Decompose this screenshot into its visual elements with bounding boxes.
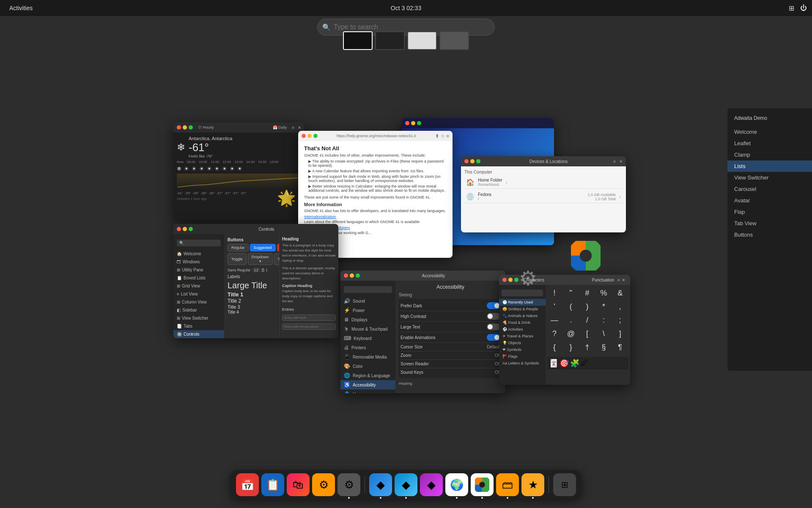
- chars-close[interactable]: [502, 278, 507, 282]
- adwaita-menu-item-welcome[interactable]: Welcome: [727, 126, 812, 138]
- controls-menu-utilitypane[interactable]: ⊞Utility Pane: [173, 266, 224, 274]
- files-close[interactable]: [464, 159, 469, 163]
- settings-item-printers[interactable]: 🖨Printers: [340, 343, 395, 352]
- char-cell-question[interactable]: ?: [547, 327, 562, 340]
- char-cell-lparen[interactable]: (: [564, 300, 578, 313]
- animations-toggle[interactable]: [487, 334, 500, 341]
- dock-item-texteditor[interactable]: 📋: [261, 473, 284, 496]
- weather-min-btn[interactable]: [183, 125, 187, 130]
- close-btn[interactable]: [405, 121, 409, 125]
- char-cell-colon[interactable]: :: [596, 314, 611, 326]
- char-cell-rbracket[interactable]: ]: [613, 327, 627, 340]
- controls-menu-boxedlists[interactable]: 📋Boxed Lists: [173, 274, 224, 282]
- adwaita-menu-item-buttons[interactable]: Buttons: [727, 229, 812, 240]
- settings-item-region[interactable]: 🌐Region & Language: [340, 371, 395, 380]
- char-cell-at[interactable]: @: [564, 327, 578, 340]
- gnome-min[interactable]: [307, 134, 312, 138]
- controls-menu-welcome[interactable]: 🏠Welcome: [173, 250, 224, 258]
- dock-item-softwarecenter[interactable]: 🛍: [287, 473, 310, 496]
- char-cell-percent[interactable]: %: [596, 287, 611, 299]
- files-item-fedora[interactable]: 💿 Fedora / 1.0 GB Available1.0 GB Total …: [464, 190, 623, 203]
- ctrl-btn-toggle[interactable]: Toggle: [228, 253, 247, 265]
- activities-button[interactable]: Activities: [5, 3, 37, 13]
- chars-cat-activities[interactable]: ⚽ Activities: [499, 326, 546, 333]
- gnome-close[interactable]: [302, 134, 306, 138]
- dock-item-settings[interactable]: ⚙: [337, 473, 360, 496]
- settings-max[interactable]: [356, 273, 360, 278]
- workspace-thumb-2[interactable]: [375, 31, 405, 50]
- settings-item-sound[interactable]: 🔊Sound: [340, 296, 395, 306]
- files-close-x[interactable]: ✕: [619, 159, 623, 164]
- char-cell-slash[interactable]: /: [580, 314, 595, 326]
- weather-tab-hourly[interactable]: ⏱ Hourly: [198, 125, 271, 130]
- dock-item-appgrid[interactable]: ⊞: [553, 473, 576, 496]
- controls-search-input[interactable]: [177, 240, 221, 246]
- controls-menu-columnview[interactable]: ⊞Column View: [173, 298, 224, 306]
- controls-max[interactable]: [189, 227, 193, 231]
- gnome-share-icon[interactable]: ⬆: [435, 133, 439, 139]
- large-text-toggle[interactable]: [487, 323, 500, 330]
- chars-close-x[interactable]: ✕: [622, 278, 625, 282]
- char-cell-dot[interactable]: .: [564, 314, 578, 326]
- max-btn[interactable]: [417, 121, 421, 125]
- chars-search-input[interactable]: [502, 290, 543, 296]
- dock-item-calendar[interactable]: 📅: [236, 473, 259, 496]
- weather-window[interactable]: ⏱ Hourly 📅 Daily ≡ ✕ ❄ Antarctica, Antar…: [173, 122, 304, 220]
- prefer-dark-toggle[interactable]: [487, 302, 500, 309]
- controls-menu-sidebar[interactable]: ◧Sidebar: [173, 306, 224, 314]
- adwaita-menu-item-clamp[interactable]: Clamp: [727, 149, 812, 160]
- settings-item-mouse[interactable]: 🖱Mouse & Touchpad: [340, 324, 395, 334]
- controls-window[interactable]: Controls 🏠Welcome 🗔Windows ⊞Utility Pane…: [173, 224, 338, 338]
- ctrl-btn-dropdown[interactable]: Dropdown ▾: [248, 253, 273, 265]
- controls-menu-controls[interactable]: 🔘Controls: [173, 330, 224, 338]
- controls-menu-windows[interactable]: 🗔Windows: [173, 258, 224, 266]
- files-max[interactable]: [476, 159, 480, 163]
- char-cell-quote[interactable]: ": [564, 287, 578, 299]
- adwaita-menu-item-flap[interactable]: Flap: [727, 206, 812, 218]
- controls-menu-viewswitcher[interactable]: ⊞View Switcher: [173, 314, 224, 322]
- settings-item-removable[interactable]: 📱Removable Media: [340, 352, 395, 362]
- char-emoji-2[interactable]: 🎯: [560, 359, 569, 368]
- adwaita-menu-item-viewswitcher[interactable]: View Switcher: [727, 172, 812, 183]
- char-cell-star[interactable]: *: [596, 300, 611, 313]
- char-emoji-3[interactable]: 🧩: [570, 359, 579, 368]
- adwaita-menu-item-carousel[interactable]: Carousel: [727, 183, 812, 195]
- char-cell-hash[interactable]: #: [580, 287, 595, 299]
- ctrl-btn-regular[interactable]: Regular: [228, 244, 249, 251]
- chars-cat-objects[interactable]: 💡 Objects: [499, 340, 546, 346]
- files-item-home[interactable]: 🏠 Home Folder /home/Music ›: [464, 176, 623, 189]
- adwaita-menu-item-leaflet[interactable]: Leaflet: [727, 138, 812, 149]
- workspace-thumb-4[interactable]: [439, 31, 469, 50]
- chars-cat-symbols[interactable]: ❤ Symbols: [499, 346, 546, 353]
- settings-close[interactable]: [344, 273, 348, 278]
- char-cell-apos[interactable]: ': [547, 300, 562, 313]
- min-btn[interactable]: [411, 121, 415, 125]
- entry-input-1[interactable]: [282, 315, 336, 321]
- dock-item-archive[interactable]: 🗃: [496, 473, 519, 496]
- settings-item-power[interactable]: ⚡Power: [340, 306, 395, 315]
- controls-menu-gridview[interactable]: ⊞Grid View: [173, 282, 224, 290]
- network-icon[interactable]: ⊞: [789, 4, 794, 12]
- char-cell-semi[interactable]: ;: [613, 314, 627, 326]
- controls-menu-listview[interactable]: ≡List View: [173, 290, 224, 298]
- files-window[interactable]: Devices & Locations ≡ ✕ This Computer 🏠 …: [461, 156, 626, 232]
- char-cell-rparen[interactable]: ): [580, 300, 595, 313]
- weather-close-x[interactable]: ✕: [298, 125, 301, 130]
- settings-item-accessibility[interactable]: ♿Accessibility: [340, 380, 395, 389]
- char-cell-dagger[interactable]: †: [580, 341, 595, 353]
- char-cell-amp[interactable]: &: [613, 287, 627, 299]
- char-cell-rbrace[interactable]: }: [564, 341, 578, 353]
- chars-min[interactable]: [508, 278, 513, 282]
- char-emoji-1[interactable]: 🃏: [549, 359, 558, 368]
- char-cell-excl[interactable]: !: [547, 287, 562, 299]
- dock-item-diskusage[interactable]: [471, 473, 494, 496]
- char-cell-backslash[interactable]: \: [596, 327, 611, 340]
- dock-item-app8[interactable]: ◆: [420, 473, 443, 496]
- settings-item-users[interactable]: 👤Users: [340, 389, 395, 393]
- char-cell-lbracket[interactable]: [: [580, 327, 595, 340]
- adwaita-menu-item-avatar[interactable]: Avatar: [727, 195, 812, 206]
- weather-close-btn[interactable]: [177, 125, 181, 130]
- workspace-thumb-1[interactable]: [343, 31, 373, 50]
- chars-cat-animals[interactable]: 🐾 Animals & Nature: [499, 312, 546, 319]
- settings-item-keyboard[interactable]: ⌨Keyboard: [340, 334, 395, 343]
